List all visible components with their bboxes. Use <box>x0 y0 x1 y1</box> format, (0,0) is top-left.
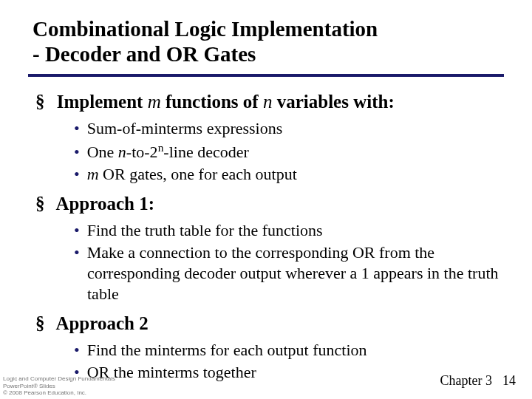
var-n: n <box>263 92 273 112</box>
section-approach-1: Approach 1: Find the truth table for the… <box>35 192 504 304</box>
list-item: Sum-of-minterms expressions <box>74 118 504 139</box>
txt: variables with: <box>272 92 394 112</box>
slide-body: Combinational Logic Implementation - Dec… <box>0 0 532 383</box>
footer-line: PowerPoint® Slides <box>3 383 115 389</box>
section-approach-2: Approach 2 Find the minterms for each ou… <box>35 312 504 383</box>
txt: Sum-of-minterms expressions <box>87 119 283 137</box>
txt: OR gates, one for each output <box>99 165 297 183</box>
list-item: m OR gates, one for each output <box>74 164 504 185</box>
heading: Approach 1: <box>55 194 154 214</box>
slide-title: Combinational Logic Implementation - Dec… <box>28 16 504 72</box>
list-item: One n-to-2n-line decoder <box>74 140 504 163</box>
var-m: m <box>148 92 161 112</box>
sublist: Find the truth table for the functions M… <box>52 220 504 305</box>
txt: Find the truth table for the functions <box>87 221 323 239</box>
txt: Make a connection to the corresponding O… <box>87 243 499 303</box>
section-implement: Implement m functions of n variables wit… <box>35 90 504 185</box>
footer-line: © 2008 Pearson Education, Inc. <box>3 389 115 396</box>
txt: Implement <box>57 92 148 112</box>
chapter-label: Chapter 3 <box>440 373 492 388</box>
sublist: Find the minterms for each output functi… <box>52 340 504 383</box>
content-list: Implement m functions of n variables wit… <box>28 90 504 382</box>
list-item: Find the minterms for each output functi… <box>74 340 504 361</box>
txt: Find the minterms for each output functi… <box>87 341 367 359</box>
heading: Approach 2 <box>55 313 148 333</box>
page-number: 14 <box>502 373 516 388</box>
footer-attribution: Logic and Computer Design Fundamentals P… <box>3 375 115 396</box>
sublist: Sum-of-minterms expressions One n-to-2n-… <box>52 118 504 185</box>
txt: -to-2 <box>126 143 158 161</box>
list-item: Find the truth table for the functions <box>74 220 504 241</box>
var-n: n <box>118 143 126 161</box>
footer-pager: Chapter 314 <box>440 373 516 389</box>
txt: -line decoder <box>163 143 248 161</box>
title-rule <box>28 74 504 77</box>
var-m: m <box>87 165 99 183</box>
txt: functions of <box>161 92 263 112</box>
list-item: Make a connection to the corresponding O… <box>74 242 504 304</box>
footer-line: Logic and Computer Design Fundamentals <box>3 375 115 382</box>
title-line-1: Combinational Logic Implementation <box>33 17 378 41</box>
txt: One <box>87 143 118 161</box>
title-line-2: - Decoder and OR Gates <box>33 42 256 66</box>
